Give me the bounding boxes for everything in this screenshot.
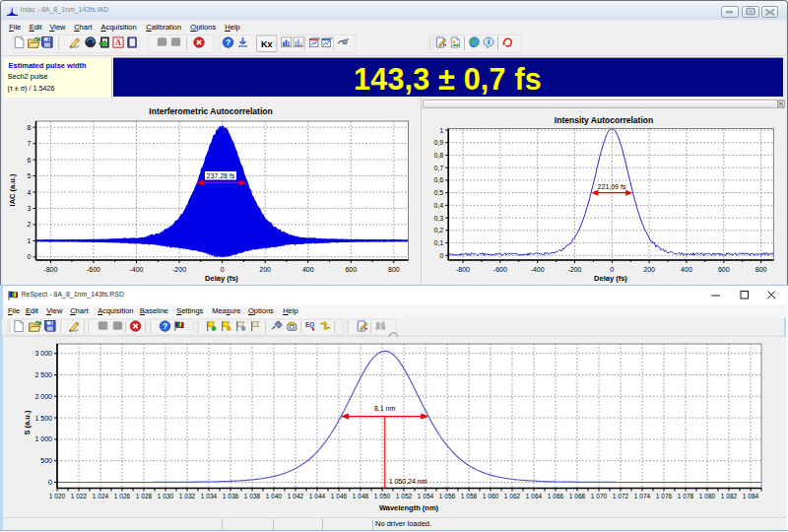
svg-text:0: 0 [28, 253, 32, 260]
svg-text:IAC (a.u.): IAC (a.u.) [8, 173, 17, 206]
svg-text:600: 600 [718, 266, 730, 273]
svg-text:3: 3 [28, 205, 32, 212]
svg-text:1 050: 1 050 [374, 493, 391, 499]
svg-text:8,1 nm: 8,1 nm [374, 405, 396, 412]
svg-text:1 082: 1 082 [721, 493, 738, 499]
svg-text:1 068: 1 068 [569, 493, 586, 499]
svg-text:1 062: 1 062 [504, 493, 521, 499]
svg-text:1 076: 1 076 [656, 493, 673, 499]
svg-text:1 064: 1 064 [526, 493, 543, 499]
svg-text:1 022: 1 022 [71, 493, 88, 499]
svg-text:1 040: 1 040 [266, 493, 283, 499]
svg-text:1 072: 1 072 [613, 493, 629, 499]
svg-text:-200: -200 [567, 266, 581, 273]
svg-text:Delay (fs): Delay (fs) [205, 274, 238, 283]
svg-text:Interferometric Autocorrelatio: Interferometric Autocorrelation [149, 106, 272, 116]
svg-text:1 070: 1 070 [591, 493, 608, 499]
svg-text:0,4: 0,4 [433, 202, 443, 209]
svg-text:1 030: 1 030 [158, 493, 174, 499]
svg-text:221,09 fs: 221,09 fs [598, 183, 626, 190]
svg-text:8: 8 [28, 124, 32, 131]
svg-text:0: 0 [48, 479, 52, 486]
svg-text:1 036: 1 036 [223, 493, 239, 499]
svg-text:1 052: 1 052 [396, 493, 413, 499]
svg-text:1 042: 1 042 [288, 493, 304, 499]
svg-text:6: 6 [28, 157, 32, 164]
svg-text:1 048: 1 048 [353, 493, 369, 499]
svg-text:1 078: 1 078 [678, 493, 694, 499]
svg-text:400: 400 [302, 266, 314, 273]
svg-text:1 020: 1 020 [49, 493, 66, 499]
svg-text:1 044: 1 044 [309, 493, 326, 499]
svg-text:1 060: 1 060 [483, 493, 499, 499]
svg-text:-400: -400 [129, 266, 143, 273]
svg-text:4: 4 [28, 189, 32, 196]
svg-text:1: 1 [28, 237, 32, 244]
svg-text:Intensity Autocorrelation: Intensity Autocorrelation [555, 115, 653, 125]
svg-text:1 046: 1 046 [331, 493, 348, 499]
svg-text:3 000: 3 000 [34, 350, 52, 357]
svg-text:2 500: 2 500 [34, 371, 52, 378]
svg-text:800: 800 [388, 266, 400, 273]
svg-text:0,3: 0,3 [433, 215, 443, 222]
svg-text:1 054: 1 054 [418, 493, 434, 499]
svg-text:1 058: 1 058 [461, 493, 478, 499]
svg-text:500: 500 [40, 457, 52, 464]
svg-text:1 074: 1 074 [634, 493, 651, 499]
svg-text:1 050,24 nm: 1 050,24 nm [389, 478, 427, 485]
svg-text:1 034: 1 034 [201, 493, 218, 499]
svg-text:2: 2 [28, 221, 32, 228]
svg-text:0,2: 0,2 [433, 227, 443, 233]
svg-text:A: A [115, 37, 122, 47]
svg-text:0: 0 [221, 266, 225, 273]
svg-text:1 028: 1 028 [136, 493, 153, 499]
svg-text:1 080: 1 080 [699, 493, 716, 499]
svg-text:?: ? [226, 37, 230, 47]
svg-text:800: 800 [755, 266, 767, 273]
svg-text:400: 400 [681, 266, 692, 273]
svg-text:Delay (fs): Delay (fs) [594, 274, 627, 283]
svg-text:0,8: 0,8 [433, 152, 443, 159]
svg-text:0: 0 [610, 266, 614, 273]
svg-text:200: 200 [259, 266, 271, 273]
svg-text:-200: -200 [172, 266, 186, 273]
svg-text:1 024: 1 024 [93, 493, 109, 499]
svg-text:0,9: 0,9 [433, 139, 443, 146]
svg-text:1 038: 1 038 [244, 493, 261, 499]
svg-text:1 032: 1 032 [179, 493, 196, 499]
svg-text:1 026: 1 026 [114, 493, 131, 499]
svg-text:600: 600 [345, 266, 357, 273]
svg-text:-800: -800 [456, 266, 470, 273]
svg-text:S (a.u.): S (a.u.) [23, 410, 32, 435]
svg-text:Kx: Kx [261, 39, 273, 49]
svg-text:1 056: 1 056 [439, 493, 456, 499]
svg-text:0: 0 [439, 252, 443, 259]
svg-text:-400: -400 [531, 266, 545, 273]
svg-text:7: 7 [28, 140, 32, 147]
svg-text:1 084: 1 084 [743, 493, 759, 499]
svg-text:-600: -600 [87, 266, 100, 273]
svg-text:EQ: EQ [305, 321, 314, 329]
svg-text:2 000: 2 000 [34, 393, 52, 400]
svg-text:200: 200 [643, 266, 655, 273]
svg-text:-800: -800 [43, 266, 57, 273]
svg-text:?: ? [163, 321, 167, 331]
svg-text:0,5: 0,5 [433, 189, 443, 196]
svg-text:1 500: 1 500 [34, 415, 52, 422]
svg-text:0,1: 0,1 [433, 239, 443, 246]
svg-text:1 000: 1 000 [34, 435, 52, 442]
svg-text:0,6: 0,6 [433, 176, 443, 183]
svg-text:5: 5 [28, 172, 32, 179]
svg-text:1: 1 [439, 127, 443, 134]
svg-text:-600: -600 [493, 266, 507, 273]
svg-text:237,28 fs: 237,28 fs [207, 172, 235, 179]
svg-text:0,7: 0,7 [433, 165, 443, 171]
svg-text:Wavelength (nm): Wavelength (nm) [379, 503, 439, 512]
svg-text:1 066: 1 066 [548, 493, 564, 499]
